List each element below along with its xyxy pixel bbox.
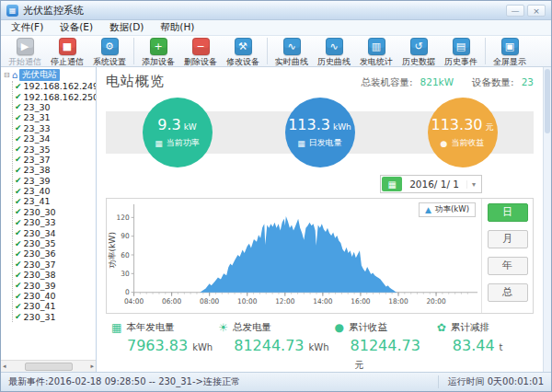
total-stat: ● 累计收益 81244.73元: [329, 321, 431, 372]
menu-item[interactable]: 文件(F): [3, 20, 52, 35]
period-buttons: 日 月 年 总: [481, 199, 533, 313]
tree-item-device[interactable]: ✔ 23_30: [13, 102, 96, 112]
toolbar-button[interactable]: ⚒ 修改设备: [222, 37, 264, 68]
expand-icon[interactable]: ⊟: [4, 71, 10, 79]
period-button[interactable]: 日: [488, 203, 528, 222]
calendar-icon[interactable]: ▦: [382, 177, 402, 191]
scroll-left-icon[interactable]: ◂: [3, 363, 6, 370]
toolbar: ▶ 开始通信 ■ 停止通信 ⚙ 系统设置 + 添加设备 − 删除设备 ⚒: [1, 36, 551, 67]
title-bar: ▦ 光伏监控系统 — ×: [1, 1, 551, 20]
vertical-scrollbar[interactable]: [543, 67, 551, 372]
close-button[interactable]: ×: [527, 5, 546, 17]
history-data-icon: ↺: [410, 38, 428, 55]
toolbar-button[interactable]: ▤ 历史事件: [440, 37, 482, 68]
tree-item-device[interactable]: ✔ 230_35: [13, 238, 96, 248]
piggy-bank-icon: ●: [335, 321, 344, 334]
tree-item-device[interactable]: ✔ 23_35: [13, 144, 96, 154]
tree-item-device[interactable]: ✔ 23_34: [13, 133, 96, 144]
tree-item-device[interactable]: ✔ 192.168.162.249: [13, 81, 96, 91]
scrollbar-thumb[interactable]: [25, 363, 73, 371]
menu-item[interactable]: 数据(D): [101, 20, 152, 35]
svg-text:12:00: 12:00: [275, 297, 295, 306]
legend-label: 功率(kW): [435, 204, 469, 215]
tree-item-device[interactable]: ✔ 23_40: [13, 186, 96, 196]
solar-panel-icon: ▦: [297, 139, 305, 148]
home-icon: ⌂: [12, 70, 17, 80]
menu-item[interactable]: 设备(E): [52, 20, 101, 35]
toolbar-separator: [133, 38, 134, 64]
svg-text:10:00: 10:00: [237, 297, 258, 306]
total-stat: ▦ 本年发电量 7963.83kWh: [106, 321, 213, 372]
capacity-field: 总装机容量:821kW: [362, 76, 454, 89]
dropdown-icon[interactable]: ▾: [466, 180, 480, 189]
minimize-button[interactable]: —: [506, 5, 524, 17]
toolbar-button[interactable]: ▶ 开始通信: [4, 37, 46, 68]
toolbar-button[interactable]: ▥ 发电统计: [355, 37, 397, 68]
period-button[interactable]: 总: [488, 283, 528, 302]
check-icon: ✔: [15, 271, 22, 280]
toolbar-button[interactable]: + 添加设备: [137, 37, 179, 68]
horizontal-scrollbar[interactable]: ◂ ▸: [1, 360, 96, 372]
svg-text:08:00: 08:00: [200, 297, 220, 306]
toolbar-button[interactable]: ∿ 实时曲线: [270, 37, 313, 68]
scroll-right-icon[interactable]: ▸: [90, 363, 94, 370]
tree-item-device[interactable]: ✔ 230_38: [13, 270, 96, 280]
menu-item[interactable]: 帮助(H): [152, 20, 202, 35]
tree-item-device[interactable]: ✔ 23_39: [13, 176, 96, 186]
toolbar-separator: [485, 38, 486, 64]
check-icon: ✔: [15, 166, 22, 175]
tree-item-device[interactable]: ✔ 23_38: [13, 165, 96, 175]
status-latest-event: 最新事件:2016-02-18 09:28:50 -- 230_31->连接正常: [8, 375, 240, 388]
check-icon: ✔: [15, 249, 22, 259]
svg-text:04:00: 04:00: [124, 297, 144, 306]
tree-item-device[interactable]: ✔ 23_31: [13, 112, 96, 122]
tree-root-station[interactable]: ⊟ ⌂ 光伏电站: [4, 69, 96, 81]
toolbar-button[interactable]: ∿ 历史曲线: [313, 37, 355, 68]
sun-icon: ☀: [218, 321, 228, 334]
period-button[interactable]: 年: [488, 257, 528, 275]
chart-plot-area: 030609012004:0006:0008:0010:0012:0014:00…: [107, 199, 481, 313]
minus-icon: −: [192, 38, 210, 55]
bar-chart-icon: ▥: [368, 38, 385, 55]
period-button[interactable]: 月: [488, 230, 528, 248]
tree-item-device[interactable]: ✔ 230_33: [13, 217, 96, 227]
tree-item-device[interactable]: ✔ 23_33: [13, 123, 96, 133]
tree-item-device[interactable]: ✔ 230_41: [13, 301, 96, 311]
app-icon: ▦: [6, 5, 18, 17]
check-icon: ✔: [15, 312, 22, 321]
check-icon: ✔: [15, 92, 22, 101]
page-title: 电站概览: [106, 73, 165, 90]
tree-item-device[interactable]: ✔ 23_37: [13, 155, 96, 165]
check-icon: ✔: [15, 281, 22, 290]
svg-text:60: 60: [121, 250, 130, 259]
legend-triangle-icon: ▲: [425, 205, 431, 214]
toolbar-button[interactable]: ↺ 历史数据: [397, 37, 440, 68]
tree-item-device[interactable]: ✔ 23_41: [13, 196, 96, 206]
tree-item-device[interactable]: ✔ 230_36: [13, 248, 96, 259]
tree-item-device[interactable]: ✔ 230_40: [13, 291, 96, 301]
tree-item-device[interactable]: ✔ 230_39: [13, 280, 96, 290]
toolbar-button[interactable]: ⚙ 系统设置: [88, 37, 131, 68]
wrench-icon: ⚒: [235, 38, 252, 55]
toolbar-button[interactable]: ▣ 全屏显示: [489, 37, 531, 68]
gear-icon: ⚙: [101, 38, 119, 55]
stop-icon: ■: [59, 38, 76, 55]
toolbar-button[interactable]: − 删除设备: [179, 37, 222, 68]
tree-item-device[interactable]: ✔ 192.168.162.250: [13, 91, 96, 101]
total-stat: ✿ 累计减排 83.44t: [431, 321, 534, 372]
date-picker[interactable]: ▦ 2016/ 1/ 1 ▾: [380, 175, 482, 193]
toolbar-button[interactable]: ■ 停止通信: [46, 37, 88, 68]
tree-item-device[interactable]: ✔ 230_34: [13, 227, 96, 237]
menu-bar: 文件(F)设备(E)数据(D)帮助(H): [1, 20, 551, 36]
date-value: 2016/ 1/ 1: [402, 179, 466, 190]
tree-item-device[interactable]: ✔ 230_37: [13, 259, 96, 270]
scrollbar-thumb[interactable]: [545, 69, 550, 133]
tree-item-device[interactable]: ✔ 230_31: [13, 312, 96, 322]
svg-text:20:00: 20:00: [426, 297, 446, 306]
totals-row: ▦ 本年发电量 7963.83kWh ☀ 总发电量 81244.73kWh: [106, 321, 534, 372]
svg-text:18:00: 18:00: [388, 297, 408, 306]
svg-text:30: 30: [121, 270, 130, 278]
svg-text:功率(kW): 功率(kW): [108, 232, 117, 269]
tree-item-device[interactable]: ✔ 230_30: [13, 207, 96, 217]
history-curve-icon: ∿: [326, 38, 343, 55]
